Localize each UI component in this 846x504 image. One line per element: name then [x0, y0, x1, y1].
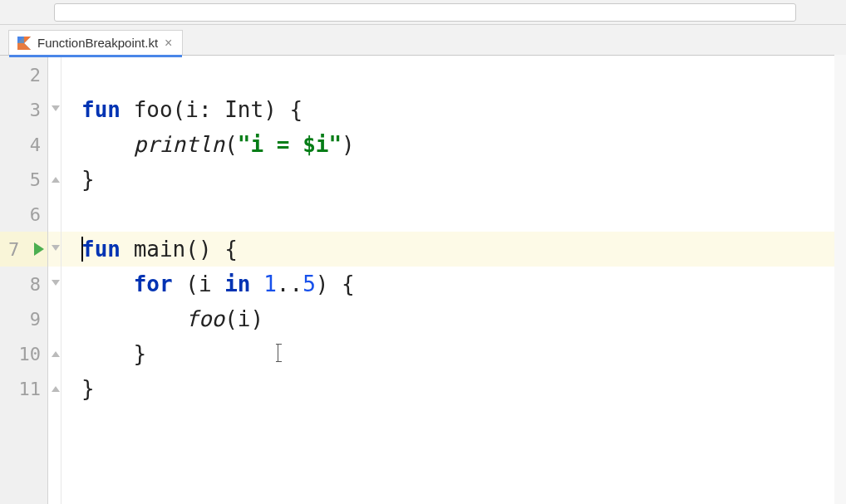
code-token: }	[81, 167, 95, 192]
code-token: fun	[81, 97, 121, 122]
line-number[interactable]: 8	[0, 267, 47, 301]
line-number[interactable]: 3	[0, 92, 47, 127]
code-line[interactable]	[61, 57, 846, 92]
code-token: Int	[224, 97, 263, 122]
mouse-ibeam-cursor	[278, 345, 279, 361]
code-token	[121, 97, 134, 122]
fold-collapse-icon[interactable]	[51, 245, 59, 253]
code-token	[81, 306, 185, 331]
code-line[interactable]	[61, 197, 846, 232]
line-number-label: 7	[8, 239, 19, 260]
code-token: "	[328, 132, 342, 157]
fold-cell[interactable]	[48, 232, 61, 267]
code-line[interactable]: foo(i)	[61, 301, 846, 336]
line-number[interactable]: 11	[0, 371, 47, 406]
code-token: ..	[277, 272, 302, 296]
navigation-field[interactable]	[54, 3, 796, 22]
code-token	[121, 237, 134, 262]
code-token: (	[173, 97, 186, 122]
fold-cell[interactable]	[48, 92, 61, 127]
code-line[interactable]: }	[61, 162, 846, 197]
fold-collapse-icon[interactable]	[51, 105, 59, 114]
fold-cell[interactable]	[48, 336, 61, 371]
fold-gutter[interactable]	[48, 56, 61, 504]
code-line[interactable]: }	[61, 371, 846, 406]
fold-cell	[48, 301, 61, 336]
code-token: println	[134, 132, 225, 157]
fold-cell	[48, 57, 61, 92]
line-number-gutter[interactable]: 234567891011	[0, 56, 48, 504]
code-token: i	[185, 97, 199, 122]
code-token: (	[173, 272, 199, 296]
line-number[interactable]: 9	[0, 301, 47, 336]
code-area[interactable]: fun foo(i: Int) { println("i = $i")}fun …	[61, 56, 846, 504]
code-token: }	[81, 376, 95, 401]
code-token: for	[134, 272, 173, 296]
code-token: in	[224, 272, 250, 296]
file-tab[interactable]: FunctionBreakpoint.kt ×	[8, 30, 183, 55]
close-tab-icon[interactable]: ×	[165, 37, 172, 50]
fold-cell	[48, 127, 61, 162]
line-number[interactable]: 4	[0, 127, 47, 162]
code-token: $i	[302, 132, 328, 157]
code-line[interactable]: println("i = $i")	[61, 127, 846, 162]
editor: 234567891011 fun foo(i: Int) { println("…	[0, 55, 846, 504]
fold-end-icon[interactable]	[51, 350, 59, 358]
code-token: foo	[134, 97, 173, 122]
code-token: :	[199, 97, 224, 122]
fold-collapse-icon[interactable]	[51, 280, 59, 288]
line-number[interactable]: 7	[0, 232, 47, 267]
code-token: "i =	[238, 132, 302, 157]
code-token: 5	[302, 272, 316, 296]
kotlin-file-icon	[17, 37, 31, 50]
run-gutter-icon[interactable]	[34, 242, 44, 256]
svg-marker-2	[17, 43, 31, 50]
fold-cell[interactable]	[48, 371, 61, 406]
code-token	[212, 272, 225, 296]
tab-bar: FunctionBreakpoint.kt ×	[0, 25, 846, 55]
tab-filename: FunctionBreakpoint.kt	[37, 36, 158, 50]
code-token: )	[342, 132, 355, 157]
code-token: ) {	[316, 272, 355, 296]
code-token	[81, 272, 134, 296]
fold-cell[interactable]	[48, 267, 61, 301]
code-line[interactable]: fun main() {	[61, 232, 846, 267]
code-token	[251, 272, 264, 296]
code-line[interactable]: fun foo(i: Int) {	[61, 92, 846, 127]
line-number[interactable]: 5	[0, 162, 47, 197]
code-token: }	[81, 341, 146, 366]
code-token: foo	[185, 306, 224, 331]
code-token: () {	[185, 237, 238, 262]
code-token: fun	[81, 237, 121, 262]
toolbar	[0, 0, 846, 25]
code-token: i	[199, 272, 212, 296]
code-token	[81, 132, 134, 157]
fold-end-icon[interactable]	[51, 175, 59, 183]
fold-cell[interactable]	[48, 162, 61, 197]
code-token: (	[224, 132, 238, 157]
svg-marker-3	[24, 37, 31, 43]
fold-cell	[48, 197, 61, 232]
vertical-scrollbar[interactable]	[834, 55, 846, 504]
line-number[interactable]: 2	[0, 57, 47, 92]
code-line[interactable]: for (i in 1..5) {	[61, 267, 846, 301]
code-token: ) {	[263, 97, 302, 122]
line-number[interactable]: 6	[0, 197, 47, 232]
code-token: (i)	[224, 306, 263, 331]
code-line[interactable]: }	[61, 336, 846, 371]
code-token: main	[134, 237, 186, 262]
line-number[interactable]: 10	[0, 336, 47, 371]
fold-end-icon[interactable]	[51, 384, 59, 393]
code-token: 1	[263, 272, 277, 296]
